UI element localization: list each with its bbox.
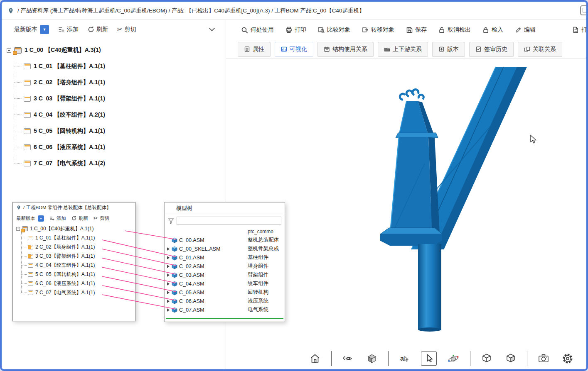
model-tree-row[interactable]: C_03.ASM臂架组件 [165,271,285,279]
annotation-select-button[interactable]: a [397,351,413,366]
model-tree-filter-input[interactable] [177,217,281,225]
model-tree-row[interactable]: C_06.ASM液压系统 [165,297,285,305]
expand-triangle-icon[interactable] [167,273,170,277]
scissors-icon: ✂ [93,215,98,221]
overlay-cut-button[interactable]: ✂ 剪切 [93,215,109,222]
model-desc: 绞车组件 [248,280,268,287]
action-label: 比较对象 [327,26,350,34]
dropdown-arrow-icon[interactable]: ▼ [38,215,44,222]
expand-triangle-icon[interactable] [167,247,170,251]
tree-row[interactable]: 4 C_04 【绞车组件】A.2(1) [14,107,226,123]
expand-triangle-icon[interactable] [167,282,170,286]
snapshot-button[interactable] [536,351,551,366]
model-tree-row[interactable]: C_00.ASM整机总装配体 [165,236,285,244]
add-button[interactable]: 添加 [58,26,79,33]
part-icon [28,290,33,295]
tree-row[interactable]: 2 C_02【塔身组件】A.1(1) [21,242,135,251]
model-tree-row[interactable]: C_01.ASM基柱组件 [165,253,285,262]
visualization-icon [281,46,287,52]
cut-label: 剪切 [125,26,136,33]
tree-row[interactable]: 2 C_02 【塔身组件】A.1(1) [14,74,226,90]
model-tree-row[interactable]: C_00_SKEL.ASM整机骨架总成 [165,244,285,253]
model-name: C_07.ASM [179,307,204,313]
window-corner-button[interactable] [580,5,588,15]
mouse-cursor [531,135,536,143]
home-view-button[interactable] [307,351,323,366]
collapse-icon[interactable] [7,48,11,53]
tree-row[interactable]: 1 C_01 【基柱组件】A.1(1) [14,58,226,74]
model-tree-row[interactable]: C_02.ASM塔身组件 [165,262,285,271]
open-button-partial[interactable]: 打 [572,26,586,34]
tab-visualization[interactable]: 可视化 [275,42,313,57]
refresh-button[interactable]: 刷新 [88,26,108,33]
print-button[interactable]: 打印 [285,26,306,34]
part-icon [24,112,31,118]
tree-row[interactable]: 7 C_07【电气系统】A.1(1) [21,288,135,297]
folder-icon [384,46,390,52]
tree-row[interactable]: 6 C_06【液压系统】A.1(1) [21,279,135,288]
overlay-breadcrumb-bar: / 工程BOM 零组件:总装配体【总装配体】 [13,203,135,212]
orbit-button[interactable] [445,351,462,366]
collapse-icon[interactable] [16,227,20,231]
tree-row-label: 7 C_07 【电气系统】A.1(2) [34,160,105,167]
compare-button[interactable]: 比较对象 [318,26,350,34]
tab-attributes[interactable]: 属性 [238,42,271,57]
expand-triangle-icon[interactable] [167,291,170,294]
expand-triangle-icon[interactable] [167,256,170,259]
dropdown-arrow-icon[interactable]: ▼ [40,25,49,34]
filter-funnel-icon[interactable] [168,218,174,224]
tree-row[interactable]: 6 C_06 【液压系统】A.1(1) [14,139,226,155]
view-orientation-button[interactable] [340,351,356,366]
tree-row[interactable]: 3 C_03 【臂架组件】A.1(1) [14,90,226,107]
tree-row[interactable]: 3 C_03【臂架组件】A.1(1) [21,251,135,261]
select-cursor-button[interactable] [421,351,437,366]
tree-row-root[interactable]: 1 C_00 【C40起重机】A.3(1) [7,42,226,58]
tab-review-history[interactable]: 签审历史 [469,42,514,57]
tree-row-root[interactable]: 1 C_00【C40起重机】A.1(1) [16,224,135,233]
model-tree-row[interactable]: C_04.ASM绞车组件 [165,279,285,288]
expand-triangle-icon[interactable] [167,300,170,303]
part-icon [28,236,33,240]
ebom-overlay-window[interactable]: / 工程BOM 零组件:总装配体【总装配体】 最新版本 ▼ 添加 刷新 ✂ 剪切 [12,202,135,321]
action-label: 打 [581,26,586,34]
part-icon [24,80,31,85]
isometric-box-button[interactable] [479,351,495,366]
bom-toolbar: 最新版本 ▼ 添加 刷新 [2,20,226,39]
column-header-label: ptc_commo [248,229,273,234]
assembly-cube-icon [172,298,177,304]
model-tree-row[interactable]: C_07.ASM电气系统 [165,305,285,314]
cut-button[interactable]: ✂ 剪切 [117,26,136,33]
overlay-version-dropdown[interactable]: 最新版本 ▼ [16,215,44,222]
model-tree-window[interactable]: 模型树 ptc_commo C_00.ASM整机总装配体 C_00_SKEL.A… [164,202,285,322]
box-view-button[interactable] [503,351,519,366]
cancel-checkout-button[interactable]: 取消检出 [438,26,471,34]
checkin-button[interactable]: 检入 [482,26,503,34]
expand-triangle-icon[interactable] [167,308,170,312]
model-desc: 液压系统 [248,298,268,305]
tab-version[interactable]: 版本 [432,42,465,57]
tab-structure-usage[interactable]: 结构使用关系 [317,42,374,57]
expand-triangle-icon[interactable] [167,265,170,268]
tab-relationships[interactable]: 关联关系 [518,42,562,57]
model-name: C_02.ASM [179,264,204,269]
tree-row[interactable]: 5 C_05【回转机构】A.1(1) [21,270,135,279]
settings-button[interactable] [560,351,576,366]
where-used-button[interactable]: 何处使用 [241,26,274,34]
tree-row[interactable]: 5 C_05 【回转机构】A.1(1) [14,123,226,139]
overlay-refresh-button[interactable]: 刷新 [71,215,88,222]
tree-row-label: 5 C_05 【回转机构】A.1(1) [34,127,105,135]
tree-row[interactable]: 7 C_07 【电气系统】A.1(2) [14,155,226,171]
shaded-view-button[interactable] [364,351,380,366]
version-filter-dropdown[interactable]: 最新版本 ▼ [14,25,49,34]
edit-button[interactable]: 编辑 [515,26,536,34]
model-tree-row[interactable]: C_05.ASM回转机构 [165,288,285,297]
overlay-add-button[interactable]: 添加 [49,215,66,222]
version-filter-label: 最新版本 [14,26,37,33]
save-button[interactable]: 保存 [406,26,427,34]
tree-row[interactable]: 1 C_01【基柱组件】A.1(1) [21,233,135,242]
tree-row[interactable]: 4 C_04【绞车组件】A.1(1) [21,261,135,270]
transfer-button[interactable]: 转移对象 [362,26,394,34]
tab-upstream-downstream[interactable]: 上下游关系 [378,42,428,57]
location-pin-icon [16,205,21,210]
chevron-down-icon[interactable] [208,27,216,32]
